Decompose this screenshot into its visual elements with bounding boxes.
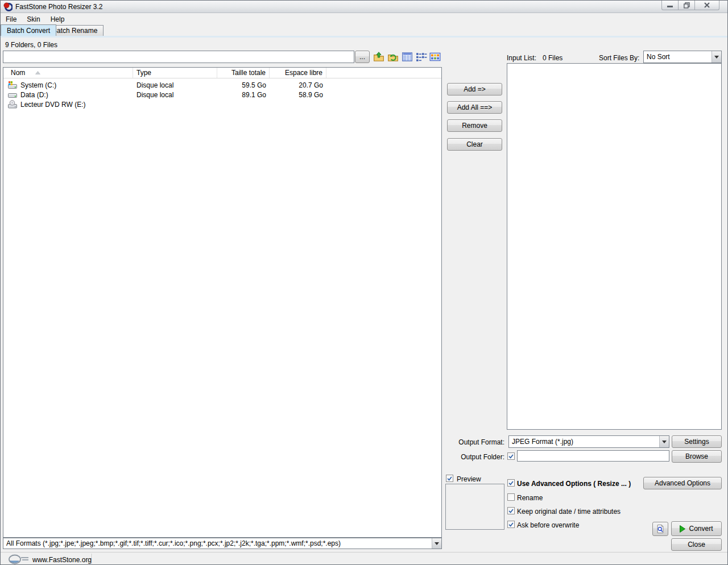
app-icon bbox=[3, 2, 13, 11]
close-icon bbox=[704, 2, 710, 8]
drive-name: Lecteur DVD RW (E:) bbox=[17, 101, 89, 109]
keep-date-label: Keep original date / time attributes bbox=[517, 508, 621, 516]
drive-row-data[interactable]: Data (D:) Disque local 89.1 Go 58.9 Go bbox=[3, 90, 441, 99]
formats-filter-combobox[interactable]: All Formats (*.jpg;*.jpe;*.jpeg;*.bmp;*.… bbox=[3, 538, 442, 549]
dropdown-arrow-icon[interactable] bbox=[432, 538, 441, 549]
output-format-label: Output Format: bbox=[444, 438, 504, 446]
title-bar: FastStone Photo Resizer 3.2 bbox=[1, 1, 727, 13]
play-icon bbox=[680, 525, 685, 533]
hard-drive-icon bbox=[8, 90, 17, 99]
check-icon bbox=[508, 453, 514, 459]
restore-button[interactable] bbox=[678, 1, 695, 10]
keep-date-checkbox[interactable] bbox=[507, 507, 515, 514]
check-icon bbox=[508, 508, 514, 514]
list-view-icon[interactable] bbox=[416, 51, 427, 63]
output-folder-input[interactable] bbox=[517, 450, 669, 462]
rename-label: Rename bbox=[517, 494, 543, 502]
formats-filter-value: All Formats (*.jpg;*.jpe;*.jpeg;*.bmp;*.… bbox=[3, 539, 432, 547]
convert-button[interactable]: Convert bbox=[671, 521, 722, 536]
preview-checkbox[interactable] bbox=[446, 475, 453, 482]
output-format-value: JPEG Format (*.jpg) bbox=[509, 438, 659, 446]
minimize-button[interactable] bbox=[661, 1, 679, 10]
details-view-icon[interactable] bbox=[402, 51, 413, 63]
column-header-free-space[interactable]: Espace libre bbox=[270, 68, 326, 78]
convert-label: Convert bbox=[689, 525, 713, 533]
status-bar: www.FastStone.org bbox=[1, 552, 727, 565]
browse-folder-button[interactable]: ... bbox=[355, 51, 370, 63]
check-icon bbox=[508, 480, 514, 486]
sort-files-label: Sort Files By: bbox=[599, 54, 639, 62]
clear-button[interactable]: Clear bbox=[447, 138, 502, 151]
close-dialog-button[interactable]: Close bbox=[671, 538, 722, 551]
menu-skin[interactable]: Skin bbox=[22, 14, 45, 24]
column-header-type[interactable]: Type bbox=[133, 68, 217, 78]
ask-overwrite-checkbox[interactable] bbox=[507, 521, 515, 528]
sort-files-combobox[interactable]: No Sort bbox=[643, 51, 722, 63]
drive-row-dvd[interactable]: Lecteur DVD RW (E:) bbox=[3, 99, 441, 109]
drive-name: System (C:) bbox=[17, 81, 60, 89]
rename-checkbox[interactable] bbox=[507, 493, 515, 501]
sort-ascending-icon bbox=[35, 71, 40, 74]
dropdown-arrow-icon[interactable] bbox=[712, 51, 721, 63]
input-list-panel[interactable] bbox=[507, 63, 722, 430]
path-input[interactable] bbox=[3, 51, 354, 63]
faststone-link[interactable]: www.FastStone.org bbox=[32, 556, 92, 564]
input-list-label: Input List: bbox=[507, 54, 536, 62]
menu-help[interactable]: Help bbox=[46, 14, 70, 24]
check-icon bbox=[446, 475, 453, 481]
sort-files-value: No Sort bbox=[644, 53, 712, 61]
faststone-logo-icon bbox=[7, 554, 30, 565]
tab-batch-convert[interactable]: Batch Convert bbox=[1, 24, 56, 36]
tab-strip-underline bbox=[1, 36, 727, 38]
preview-label: Preview bbox=[457, 475, 481, 483]
dropdown-arrow-icon[interactable] bbox=[659, 436, 669, 447]
status-divider bbox=[92, 554, 92, 564]
drive-type: Disque local bbox=[133, 81, 217, 89]
drive-type: Disque local bbox=[133, 91, 217, 99]
settings-button[interactable]: Settings bbox=[672, 435, 722, 448]
remove-button[interactable]: Remove bbox=[447, 119, 502, 132]
column-header-name[interactable]: Nom bbox=[3, 68, 133, 78]
tab-bar: Batch Convert Batch Rename bbox=[1, 24, 727, 36]
dvd-drive-icon bbox=[8, 100, 17, 109]
folder-summary: 9 Folders, 0 Files bbox=[5, 41, 57, 49]
drive-name: Data (D:) bbox=[17, 91, 52, 99]
system-drive-icon bbox=[8, 81, 17, 90]
preview-box bbox=[445, 484, 504, 530]
window-controls bbox=[662, 1, 719, 10]
output-folder-checkbox[interactable] bbox=[507, 452, 515, 460]
refresh-folder-icon[interactable] bbox=[387, 51, 399, 63]
drive-row-system[interactable]: System (C:) Disque local 59.5 Go 20.7 Go bbox=[3, 80, 441, 90]
menu-file[interactable]: File bbox=[1, 14, 22, 24]
add-all-button[interactable]: Add All ==> bbox=[447, 101, 502, 114]
window-title: FastStone Photo Resizer 3.2 bbox=[15, 3, 102, 11]
use-advanced-options-label: Use Advanced Options ( Resize ... ) bbox=[517, 480, 631, 488]
restore-icon bbox=[684, 2, 690, 9]
browse-button[interactable]: Browse bbox=[672, 450, 722, 463]
app-window: FastStone Photo Resizer 3.2 File Skin He… bbox=[0, 0, 728, 565]
thumbnails-view-icon[interactable] bbox=[429, 51, 441, 63]
input-list-count: 0 Files bbox=[543, 54, 562, 62]
grid-header: Nom Type Taille totale Espace libre bbox=[3, 68, 441, 78]
add-button[interactable]: Add => bbox=[447, 83, 502, 95]
document-magnifier-icon bbox=[656, 524, 664, 534]
advanced-options-button[interactable]: Advanced Options bbox=[643, 477, 722, 489]
column-header-total-size[interactable]: Taille totale bbox=[217, 68, 270, 78]
drive-total: 59.5 Go bbox=[217, 81, 270, 89]
output-folder-label: Output Folder: bbox=[444, 453, 504, 461]
check-icon bbox=[508, 521, 514, 527]
drive-total: 89.1 Go bbox=[217, 91, 270, 99]
use-advanced-options-checkbox[interactable] bbox=[507, 479, 515, 487]
up-folder-icon[interactable] bbox=[373, 51, 384, 63]
drive-free: 20.7 Go bbox=[270, 81, 326, 89]
minimize-icon bbox=[667, 3, 673, 8]
ask-overwrite-label: Ask before overwrite bbox=[517, 521, 579, 529]
output-format-combobox[interactable]: JPEG Format (*.jpg) bbox=[508, 435, 669, 448]
close-button[interactable] bbox=[694, 1, 719, 10]
folder-browser-panel: Nom Type Taille totale Espace libre Syst… bbox=[3, 67, 442, 538]
preview-result-button[interactable] bbox=[652, 522, 668, 536]
menu-bar: File Skin Help bbox=[1, 14, 727, 24]
drive-free: 58.9 Go bbox=[270, 91, 326, 99]
